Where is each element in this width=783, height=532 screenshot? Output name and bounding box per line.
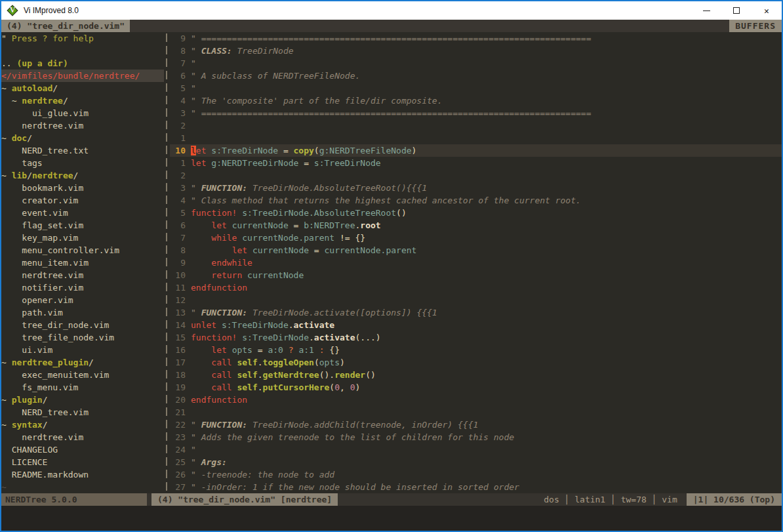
line-number: 4 <box>170 94 186 107</box>
editor-line[interactable]: 21 <box>170 406 782 419</box>
token-op: ? <box>289 345 294 355</box>
nerdtree-item[interactable]: fs_menu.vim <box>1 381 164 394</box>
editor-line[interactable]: 4" Class method that returns the highest… <box>170 194 782 207</box>
editor-line[interactable]: 5function! s:TreeDirNode.AbsoluteTreeRoo… <box>170 207 782 219</box>
gutter-space <box>186 144 191 157</box>
editor-line[interactable]: 17 call self.toggleOpen(opts) <box>170 356 782 369</box>
nerdtree-item[interactable]: ~ syntax/ <box>1 419 164 431</box>
token-ct: FUNCTION: <box>201 183 247 193</box>
nerdtree-item[interactable]: exec_menuitem.vim <box>1 369 164 381</box>
editor-line[interactable]: 11endfunction <box>170 281 782 294</box>
editor-line[interactable]: 26" -treenode: the node to add <box>170 468 782 481</box>
close-button[interactable]: ✕ <box>752 1 782 20</box>
editor-line[interactable]: 3" =====================================… <box>170 107 782 119</box>
editor-line[interactable]: 19 call self.putCursorHere(0, 0) <box>170 381 782 394</box>
nerdtree-item[interactable]: ~ plugin/ <box>1 394 164 406</box>
editor-line[interactable]: 2 <box>170 169 782 182</box>
editor-line[interactable]: 6" A subclass of NERDTreeFileNode. <box>170 70 782 82</box>
nerdtree-item[interactable]: LICENCE <box>1 456 164 468</box>
editor-line[interactable]: 5" <box>170 82 782 94</box>
nerdtree-item[interactable]: ~ nerdtree_plugin/ <box>1 356 164 369</box>
nerdtree-item[interactable]: ~ <box>1 481 164 493</box>
tab-active-buffer[interactable]: (4) "tree_dir_node.vim" <box>1 20 130 32</box>
nerdtree-item[interactable]: .. (up a dir) <box>1 57 164 70</box>
token-fn: render <box>334 370 365 380</box>
nerdtree-item[interactable]: event.vim <box>1 207 164 219</box>
nerdtree-item[interactable]: opener.vim <box>1 294 164 306</box>
nerdtree-item[interactable]: ~ autoload/ <box>1 82 164 94</box>
token-cur: l <box>191 146 196 155</box>
command-line[interactable] <box>1 506 782 531</box>
nerdtree-item[interactable]: bookmark.vim <box>1 182 164 194</box>
nerdtree-item[interactable]: nerdtree.vim <box>1 431 164 443</box>
editor-line[interactable]: 1let g:NERDTreeDirNode = s:TreeDirNode <box>170 157 782 169</box>
nerdtree-panel: " Press ? for help.. (up a dir)</vimfile… <box>1 32 164 493</box>
nerdtree-item[interactable]: ~ lib/nerdtree/ <box>1 169 164 182</box>
nerdtree-item[interactable]: flag_set.vim <box>1 219 164 232</box>
token-dir: nerdtree_plugin <box>12 358 89 367</box>
nerdtree-item[interactable]: notifier.vim <box>1 281 164 294</box>
nerdtree-item[interactable]: nerdtree.vim <box>1 269 164 281</box>
nerdtree-item[interactable]: path.vim <box>1 306 164 319</box>
token-pl <box>242 270 247 280</box>
nerdtree-item[interactable]: NERD_tree.vim <box>1 406 164 419</box>
token-pn: ~ <box>1 420 12 430</box>
token-cm: " <box>191 445 196 455</box>
nerdtree-item[interactable]: tags <box>1 157 164 169</box>
editor-line[interactable]: 23" Adds the given treenode to the list … <box>170 431 782 443</box>
editor-line[interactable]: 7" <box>170 57 782 70</box>
editor-line[interactable]: 8 let currentNode = currentNode.parent <box>170 244 782 256</box>
nerdtree-item[interactable]: nerdtree.vim <box>1 119 164 132</box>
token-cm: " <box>191 58 196 68</box>
nerdtree-item[interactable]: menu_item.vim <box>1 256 164 269</box>
editor-line[interactable]: 14unlet s:TreeDirNode.activate <box>170 319 782 331</box>
editor-line[interactable]: 25" Args: <box>170 456 782 468</box>
token-fn: copy <box>294 146 314 155</box>
nerdtree-item[interactable]: ~ nerdtree/ <box>1 94 164 107</box>
editor-line[interactable]: 1 <box>170 132 782 144</box>
editor-line[interactable]: 8" CLASS: TreeDirNode <box>170 45 782 57</box>
nerdtree-item[interactable]: ui_glue.vim <box>1 107 164 119</box>
minimize-button[interactable] <box>691 1 721 20</box>
editor-line[interactable]: 20endfunction <box>170 394 782 406</box>
token-me: activate <box>314 333 355 342</box>
nerdtree-item[interactable]: tree_dir_node.vim <box>1 319 164 331</box>
editor-line[interactable]: 6 let currentNode = b:NERDTree.root <box>170 219 782 232</box>
token-fn: self <box>237 382 257 392</box>
nerdtree-item[interactable]: creator.vim <box>1 194 164 207</box>
editor-line[interactable]: 7 while currentNode.parent != {} <box>170 232 782 244</box>
vertical-split-separator[interactable] <box>164 32 170 493</box>
editor-line[interactable]: 27" -inOrder: 1 if the new node should b… <box>170 481 782 493</box>
editor-line[interactable]: 2 <box>170 119 782 132</box>
editor-line[interactable]: 16 let opts = a:0 ? a:1 : {} <box>170 344 782 356</box>
editor-line[interactable]: 22" FUNCTION: TreeDirNode.addChild(treen… <box>170 419 782 431</box>
editor-line[interactable]: 9" =====================================… <box>170 32 782 45</box>
nerdtree-item[interactable]: CHANGELOG <box>1 443 164 456</box>
code-text: call self.getNerdtree().render() <box>191 369 376 381</box>
nerdtree-item[interactable]: NERD_tree.txt <box>1 144 164 157</box>
nerdtree-item[interactable]: menu_controller.vim <box>1 244 164 256</box>
token-pn: ~ <box>1 358 12 367</box>
nerdtree-item[interactable] <box>1 45 164 57</box>
editor-line[interactable]: 12 <box>170 294 782 306</box>
token-fi: NERD_tree.txt <box>1 146 89 155</box>
nerdtree-item[interactable]: tree_file_node.vim <box>1 331 164 344</box>
editor-line[interactable]: 18 call self.getNerdtree().render() <box>170 369 782 381</box>
editor-line[interactable]: 24" <box>170 443 782 456</box>
editor-line[interactable]: 10 return currentNode <box>170 269 782 281</box>
editor-line[interactable]: 9 endwhile <box>170 256 782 269</box>
editor-line[interactable]: 15function! s:TreeDirNode.activate(...) <box>170 331 782 344</box>
nerdtree-root-item[interactable]: </vimfiles/bundle/nerdtree/ <box>1 70 164 82</box>
nerdtree-item[interactable]: ~ doc/ <box>1 132 164 144</box>
nerdtree-item[interactable]: ui.vim <box>1 344 164 356</box>
editor-panel: 9" =====================================… <box>170 32 782 493</box>
nerdtree-item[interactable]: " Press ? for help <box>1 32 164 45</box>
nerdtree-item[interactable]: README.markdown <box>1 468 164 481</box>
editor-line[interactable]: 13" FUNCTION: TreeDirNode.activate([opti… <box>170 306 782 319</box>
nerdtree-item[interactable]: key_map.vim <box>1 232 164 244</box>
editor-line[interactable]: 3" FUNCTION: TreeDirNode.AbsoluteTreeRoo… <box>170 182 782 194</box>
editor-cursor-line[interactable]: 10let s:TreeDirNode = copy(g:NERDTreeFil… <box>170 144 782 157</box>
token-pl: ) <box>340 358 345 367</box>
editor-line[interactable]: 4" The 'composite' part of the file/dir … <box>170 94 782 107</box>
maximize-button[interactable] <box>721 1 752 20</box>
